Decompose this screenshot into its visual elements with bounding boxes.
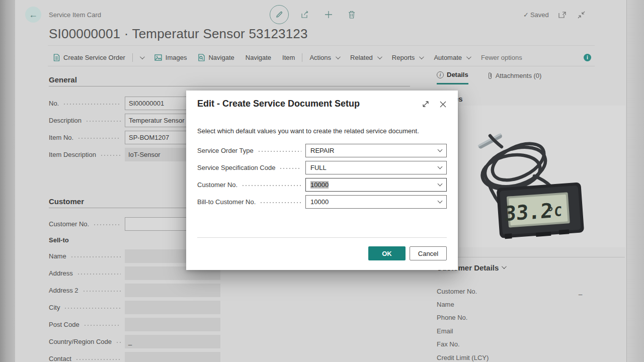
service-specification-code-label: Service Specification Code [197,164,275,171]
general-section-heading: General [49,75,77,84]
navigate-menu[interactable]: Navigate [240,49,277,66]
pencil-icon [275,11,283,19]
chevron-down-icon [438,164,443,169]
ok-button[interactable]: OK [368,246,406,260]
info-icon[interactable]: i [584,54,591,61]
chevron-down-icon [377,54,382,59]
chevron-down-icon [502,264,507,269]
fewer-options-label: Fewer options [481,54,522,61]
detail-row-name: Name [437,298,625,311]
app-title: Service Item Card [49,11,101,19]
address-label: Address [49,269,73,277]
service-order-type-label: Service Order Type [197,147,254,154]
fewer-options-button[interactable]: Fewer options [475,49,528,66]
service-order-type-select[interactable]: REPAIR [305,144,447,157]
item-menu[interactable]: Item [277,49,300,66]
collapse-button[interactable] [576,9,587,20]
dot-leader [86,120,121,122]
cd-customer-no-value[interactable]: _ [579,288,582,295]
page-title: SI00000001 · Temperatur Sensor 53123123 [49,26,308,42]
bill-to-customer-no-value: 10000 [310,198,438,206]
cancel-button[interactable]: Cancel [410,246,447,260]
dot-leader [116,341,121,343]
cd-name-label: Name [437,301,454,308]
service-specification-code-select[interactable]: FULL [305,161,447,174]
city-label: City [49,304,60,311]
dialog-row-bill-to-customer-no: Bill-to Customer No. 10000 [197,193,447,210]
chevron-down-icon [438,199,443,204]
name-label: Name [49,252,66,260]
reports-menu[interactable]: Reports [386,49,429,66]
trash-icon [348,11,355,19]
back-button[interactable]: ← [25,7,41,23]
check-icon: ✓ [523,11,529,19]
cd-phone-no-label: Phone No. [437,314,467,321]
navigate-find-button[interactable]: Navigate [192,49,239,66]
title-divider [48,45,595,46]
bill-to-customer-no-select[interactable]: 10000 [305,195,447,209]
related-label: Related [350,54,373,61]
plus-icon [325,11,333,19]
address-2-label: Address 2 [49,287,78,294]
right-scroll-rail[interactable] [626,0,644,362]
contact-label: Contact [49,355,71,362]
chevron-down-icon [438,147,443,152]
lcd-reading: 33.2 [504,199,553,226]
actions-label: Actions [309,54,331,61]
dialog-expand-button[interactable] [421,99,431,109]
dialog-customer-no-label: Customer No. [197,181,237,189]
customer-section-heading: Customer [49,197,84,206]
cd-customer-no-label: Customer No. [437,288,477,295]
saved-label: Saved [530,11,549,19]
left-screen-edge [0,0,15,362]
automate-menu[interactable]: Automate [428,49,475,66]
delete-button[interactable] [345,8,358,21]
edit-button[interactable] [270,5,289,24]
city-field [125,301,220,314]
post-code-field [125,318,220,331]
dot-leader [75,358,121,360]
general-section-divider [49,86,410,86]
related-menu[interactable]: Related [345,49,386,66]
reports-label: Reports [392,54,415,61]
dot-leader [100,154,121,156]
dialog-fields: Service Order Type REPAIR Service Specif… [197,142,447,210]
image-icon [154,54,162,61]
images-button[interactable]: Images [149,49,193,66]
document-icon [53,54,60,61]
dot-leader [258,150,301,152]
field-row-city: City [49,299,222,316]
dialog-row-customer-no: Customer No. 10000 [197,176,447,193]
dialog-close-button[interactable] [438,99,448,109]
dialog-customer-no-select[interactable]: 10000 [305,178,447,192]
detail-row-email: Email [437,324,625,337]
item-description-label: Item Description [49,151,96,158]
new-button[interactable] [322,8,335,21]
field-row-contact: Contact [49,350,222,362]
separator [302,53,302,62]
item-label: Item [282,54,295,61]
tab-attachments[interactable]: Attachments (0) [488,71,542,84]
detail-row-fax-no: Fax No. [437,338,625,351]
chevron-down-icon [466,54,471,59]
cd-email-label: Email [437,327,453,335]
dialog-footer-divider [197,237,447,238]
actions-menu[interactable]: Actions [304,49,345,66]
save-status: ✓ Saved [523,11,549,19]
share-button[interactable] [299,8,312,21]
service-item-image[interactable]: 33.2 °C [459,106,625,247]
country-region-code-field[interactable]: _ [125,335,220,348]
open-in-new-window-button[interactable] [557,9,568,20]
dot-leader [63,103,121,105]
navigate2-label: Navigate [246,54,271,61]
tab-details[interactable]: i Details [437,71,468,84]
command-bar: Create Service Order Images Navigate Nav… [48,49,595,66]
factbox-divider [437,257,625,257]
dot-leader [242,185,301,187]
cd-credit-limit-label: Credit Limit (LCY) [437,354,489,361]
contact-field [125,352,220,362]
dot-leader [83,290,121,292]
create-service-order-button[interactable]: Create Service Order [48,49,131,66]
back-arrow-icon: ← [29,10,38,20]
create-service-order-split-chevron[interactable] [134,49,149,66]
